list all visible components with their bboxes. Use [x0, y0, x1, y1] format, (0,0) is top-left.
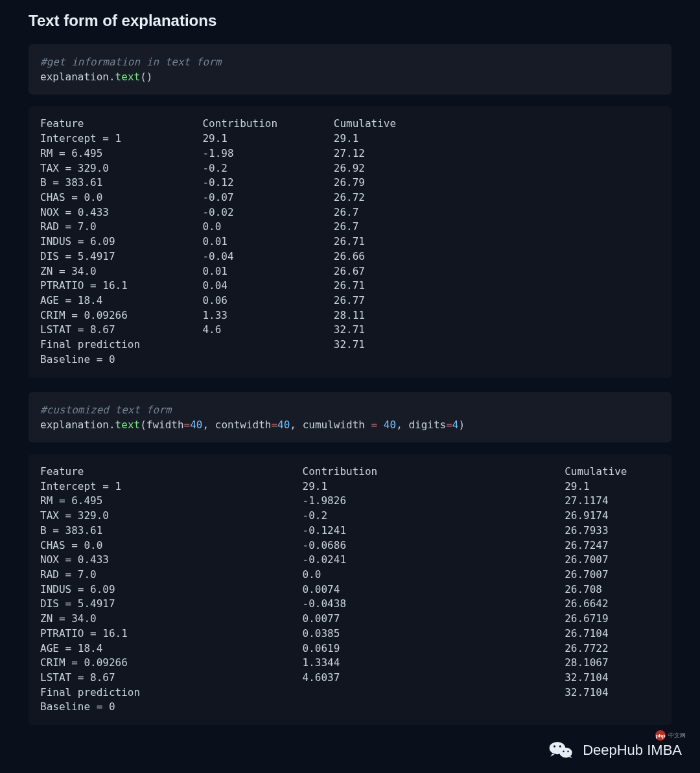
code-block-2: #customized text form explanation.text(f…: [29, 392, 671, 443]
code-param: fwidth: [146, 419, 184, 431]
code-func: text: [115, 419, 141, 431]
code-eq: =: [446, 419, 452, 431]
code-paren-open: (: [140, 71, 146, 83]
code-number: 40: [277, 419, 290, 431]
code-param: cumulwidth: [303, 419, 371, 431]
code-object: explanation: [40, 419, 109, 431]
code-sep: ,: [202, 419, 215, 431]
page-container: Text form of explanations #get informati…: [0, 0, 700, 765]
code-paren-close: ): [146, 71, 153, 83]
code-param: contwidth: [215, 419, 272, 431]
code-eq: =: [271, 419, 277, 431]
code-eq: =: [184, 419, 191, 431]
code-paren-open: (: [140, 419, 146, 431]
code-param: digits: [408, 419, 446, 431]
code-block-1: #get information in text form explanatio…: [29, 44, 671, 95]
output-block-2: Feature Contribution Cumulative Intercep…: [29, 454, 671, 725]
code-comment: #get information in text form: [40, 56, 221, 68]
code-dot: .: [109, 71, 115, 83]
code-comment: #customized text form: [40, 404, 171, 416]
code-paren-close: ): [458, 419, 465, 431]
code-number: 40: [384, 419, 396, 431]
code-func: text: [115, 71, 141, 83]
page-title: Text form of explanations: [29, 12, 671, 30]
output-block-1: Feature Contribution Cumulative Intercep…: [29, 106, 671, 377]
code-number: 40: [190, 419, 202, 431]
code-eq: =: [371, 419, 384, 431]
code-object: explanation: [40, 71, 109, 83]
code-sep: ,: [396, 419, 408, 431]
code-dot: .: [109, 419, 115, 431]
code-sep: ,: [290, 419, 302, 431]
